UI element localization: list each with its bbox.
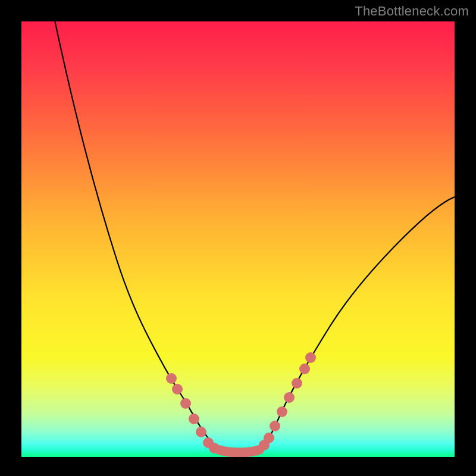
- dot-right-6: [292, 378, 302, 389]
- dot-right-7: [299, 364, 310, 374]
- watermark-text: TheBottleneck.com: [355, 4, 469, 19]
- dot-left-2: [172, 384, 183, 394]
- dot-right-8: [305, 352, 316, 363]
- chart-svg: [21, 21, 455, 457]
- dot-left-1: [166, 373, 177, 384]
- dot-left-7: [209, 443, 220, 453]
- outer-frame: TheBottleneck.com: [0, 0, 476, 476]
- dot-left-5: [196, 427, 206, 437]
- dot-right-5: [284, 392, 295, 403]
- dot-right-2: [264, 433, 274, 443]
- plot-area: [21, 21, 455, 457]
- curve-line: [50, 21, 455, 452]
- dot-right-3: [270, 421, 280, 431]
- dot-left-4: [189, 414, 199, 424]
- dot-right-4: [277, 406, 287, 417]
- dot-left-3: [180, 398, 191, 409]
- valley-flat-marker: [219, 450, 259, 453]
